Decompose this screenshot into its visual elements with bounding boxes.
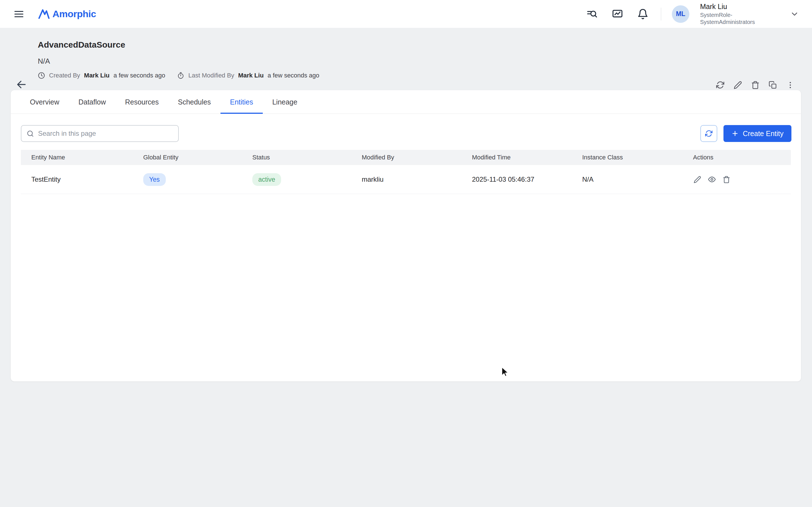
notifications-button[interactable] (636, 7, 650, 21)
data-search-button[interactable] (585, 7, 599, 21)
tab-overview[interactable]: Overview (20, 90, 69, 114)
delete-entity-button[interactable] (722, 175, 731, 184)
page-header: AdvancedDataSource N/A Created By Mark L… (0, 28, 812, 89)
column-header-instance-class: Instance Class (582, 154, 693, 161)
tab-dataflow[interactable]: Dataflow (69, 90, 115, 114)
refresh-icon (705, 129, 713, 137)
user-name: Mark Liu (700, 2, 761, 11)
trash-icon (751, 81, 760, 89)
pencil-icon (694, 176, 701, 183)
bell-icon (637, 8, 649, 20)
cell-modified-by: markliu (362, 175, 472, 183)
created-by-label: Created By (49, 72, 80, 79)
table-row[interactable]: TestEntity Yes active markliu 2025-11-03… (21, 165, 791, 194)
modified-by-label: Last Modified By (188, 72, 234, 79)
monitor-button[interactable] (610, 7, 625, 21)
metadata-row: Created By Mark Liu a few seconds ago La… (38, 72, 795, 79)
pencil-icon (733, 81, 742, 89)
search-icon (27, 130, 34, 137)
avatar-initials: ML (676, 10, 685, 18)
tab-bar: Overview Dataflow Resources Schedules En… (11, 90, 801, 114)
content-card: Overview Dataflow Resources Schedules En… (10, 90, 801, 382)
column-header-actions: Actions (693, 154, 791, 161)
plus-icon (731, 130, 739, 137)
column-header-status: Status (252, 154, 362, 161)
column-header-modified-by: Modified By (362, 154, 472, 161)
brand-logo[interactable]: Amorphic (38, 8, 96, 20)
cell-modified-time: 2025-11-03 05:46:37 (472, 175, 582, 183)
clock-icon (38, 72, 45, 79)
page-subtitle: N/A (38, 57, 795, 66)
create-entity-label: Create Entity (743, 129, 783, 138)
monitor-chart-icon (612, 8, 623, 20)
modified-by-time: a few seconds ago (267, 72, 319, 79)
column-header-global-entity: Global Entity (143, 154, 252, 161)
refresh-entities-button[interactable] (700, 125, 717, 142)
refresh-icon (716, 80, 725, 89)
page-title: AdvancedDataSource (38, 40, 795, 50)
data-search-icon (587, 8, 598, 20)
toolbar: Create Entity (11, 114, 801, 150)
back-button[interactable] (16, 79, 27, 90)
create-entity-button[interactable]: Create Entity (723, 125, 792, 142)
modified-by-name: Mark Liu (238, 72, 264, 79)
hamburger-icon (13, 9, 24, 19)
tab-schedules[interactable]: Schedules (168, 90, 220, 114)
more-options-button[interactable] (785, 80, 796, 91)
edit-entity-button[interactable] (693, 175, 702, 184)
delete-button-header[interactable] (750, 80, 761, 91)
search-box (21, 125, 179, 142)
clone-button-header[interactable] (767, 80, 778, 91)
search-input[interactable] (38, 129, 173, 137)
brand-name: Amorphic (52, 8, 96, 19)
refresh-button-header[interactable] (715, 79, 726, 91)
trash-icon (723, 176, 730, 183)
tab-entities[interactable]: Entities (220, 90, 263, 114)
tab-resources[interactable]: Resources (115, 90, 168, 114)
eye-icon (708, 175, 716, 183)
entities-table: Entity Name Global Entity Status Modifie… (21, 150, 791, 194)
amorphic-logo-icon (38, 8, 50, 20)
top-navbar: Amorphic ML Mark Liu SystemRole-SystemAd… (0, 0, 812, 28)
status-badge: active (252, 173, 281, 186)
created-by-name: Mark Liu (84, 72, 109, 79)
chevron-down-icon (790, 10, 799, 18)
header-actions (715, 79, 796, 91)
column-header-modified-time: Modified Time (472, 154, 582, 161)
tab-lineage[interactable]: Lineage (263, 90, 307, 114)
ellipsis-vertical-icon (786, 81, 795, 89)
user-role: SystemRole-SystemAdministrators (700, 11, 761, 25)
user-menu[interactable]: Mark Liu SystemRole-SystemAdministrators (700, 2, 761, 25)
edit-button-header[interactable] (732, 80, 743, 91)
hamburger-menu-button[interactable] (12, 7, 26, 21)
row-actions (693, 175, 791, 184)
cell-instance-class: N/A (582, 175, 693, 183)
cell-entity-name: TestEntity (31, 175, 143, 183)
avatar[interactable]: ML (672, 5, 689, 23)
arrow-left-icon (16, 79, 27, 90)
view-entity-button[interactable] (707, 175, 716, 184)
stopwatch-icon (177, 72, 185, 79)
table-header-row: Entity Name Global Entity Status Modifie… (21, 150, 791, 165)
copy-icon (769, 81, 777, 89)
created-by-time: a few seconds ago (114, 72, 165, 79)
column-header-entity-name: Entity Name (31, 154, 143, 161)
user-menu-chevron-button[interactable] (788, 8, 801, 20)
global-entity-badge: Yes (143, 173, 166, 186)
